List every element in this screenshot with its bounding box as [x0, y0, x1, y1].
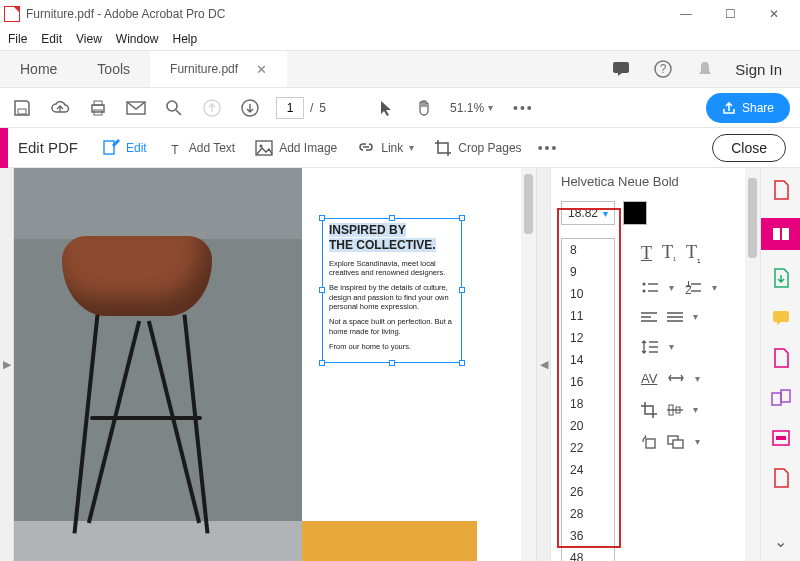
more-edit-icon[interactable]: •••	[532, 140, 565, 156]
size-option[interactable]: 48	[562, 547, 614, 561]
rail-combine-icon[interactable]	[769, 386, 793, 410]
size-option[interactable]: 11	[562, 305, 614, 327]
print-icon[interactable]	[86, 96, 110, 120]
mail-icon[interactable]	[124, 96, 148, 120]
size-option[interactable]: 36	[562, 525, 614, 547]
format-panel-scrollbar[interactable]	[745, 168, 760, 561]
rail-redact-icon[interactable]	[769, 426, 793, 450]
menu-view[interactable]: View	[76, 32, 102, 46]
tab-document[interactable]: Furniture.pdf ✕	[150, 51, 287, 87]
panel-expand-left[interactable]: ▶	[0, 168, 14, 561]
rotate-icon[interactable]	[641, 434, 657, 450]
selected-text-frame[interactable]: INSPIRED BY THE COLLECTIVE. Explore Scan…	[322, 218, 462, 363]
size-option[interactable]: 10	[562, 283, 614, 305]
size-option[interactable]: 14	[562, 349, 614, 371]
close-edit-button[interactable]: Close	[712, 134, 786, 162]
crop-button[interactable]: Crop Pages	[424, 139, 531, 157]
resize-handle[interactable]	[319, 287, 325, 293]
rail-export-pdf-icon[interactable]	[769, 266, 793, 290]
canvas-scrollbar[interactable]	[521, 168, 536, 561]
hspacing-icon[interactable]	[667, 373, 685, 383]
bullet-list-icon[interactable]	[641, 281, 659, 295]
tab-home[interactable]: Home	[0, 51, 77, 87]
maximize-button[interactable]: ☐	[708, 0, 752, 28]
doc-para-3: Not a space built on perfection. But a h…	[329, 317, 455, 336]
close-window-button[interactable]: ✕	[752, 0, 796, 28]
size-option[interactable]: 28	[562, 503, 614, 525]
chevron-down-icon[interactable]: ▾	[695, 436, 700, 447]
add-image-button[interactable]: Add Image	[245, 140, 347, 156]
tab-tools[interactable]: Tools	[77, 51, 150, 87]
size-option[interactable]: 12	[562, 327, 614, 349]
chevron-down-icon[interactable]: ▾	[695, 373, 700, 384]
page-up-icon[interactable]	[200, 96, 224, 120]
tab-close-icon[interactable]: ✕	[256, 62, 267, 77]
rail-comment-icon[interactable]	[769, 306, 793, 330]
cloud-icon[interactable]	[48, 96, 72, 120]
search-icon[interactable]	[162, 96, 186, 120]
comment-icon[interactable]	[609, 57, 633, 81]
chevron-down-icon[interactable]: ▾	[669, 282, 674, 293]
resize-handle[interactable]	[319, 360, 325, 366]
align-justify-icon[interactable]	[667, 311, 683, 323]
menu-file[interactable]: File	[8, 32, 27, 46]
resize-handle[interactable]	[459, 215, 465, 221]
arrange-icon[interactable]	[667, 435, 685, 449]
rail-expand-icon[interactable]: ⌄	[769, 529, 793, 553]
save-icon[interactable]	[10, 96, 34, 120]
chevron-down-icon[interactable]: ▾	[669, 341, 674, 352]
chevron-down-icon[interactable]: ▾	[712, 282, 717, 293]
zoom-value: 51.1%	[450, 101, 484, 115]
rail-create-pdf-icon[interactable]	[769, 178, 793, 202]
rail-protect-icon[interactable]	[769, 466, 793, 490]
resize-handle[interactable]	[459, 360, 465, 366]
menu-edit[interactable]: Edit	[41, 32, 62, 46]
more-toolbar-icon[interactable]: •••	[507, 100, 540, 116]
align-left-icon[interactable]	[641, 311, 657, 323]
size-option[interactable]: 9	[562, 261, 614, 283]
numbered-list-icon[interactable]: 12	[684, 281, 702, 295]
rail-edit-pdf-icon[interactable]	[761, 218, 801, 250]
underline-icon[interactable]: T	[641, 243, 652, 264]
edit-button[interactable]: Edit	[92, 139, 157, 157]
hand-icon[interactable]	[412, 96, 436, 120]
link-button[interactable]: Link ▾	[347, 140, 424, 156]
page-current-input[interactable]	[276, 97, 304, 119]
font-size-field[interactable]: 18.82 ▾	[561, 201, 615, 225]
resize-handle[interactable]	[319, 215, 325, 221]
sign-in-link[interactable]: Sign In	[735, 61, 782, 78]
superscript-icon[interactable]: T¹	[662, 242, 676, 265]
share-button[interactable]: Share	[706, 93, 790, 123]
color-swatch[interactable]	[623, 201, 647, 225]
size-option[interactable]: 26	[562, 481, 614, 503]
chevron-down-icon[interactable]: ▾	[693, 404, 698, 415]
minimize-button[interactable]: —	[664, 0, 708, 28]
size-option[interactable]: 20	[562, 415, 614, 437]
menu-window[interactable]: Window	[116, 32, 159, 46]
resize-handle[interactable]	[389, 360, 395, 366]
kerning-icon[interactable]: AV	[641, 371, 657, 386]
rail-organize-icon[interactable]	[769, 346, 793, 370]
subscript-icon[interactable]: T₁	[686, 242, 701, 265]
resize-handle[interactable]	[389, 215, 395, 221]
add-text-button[interactable]: T Add Text	[157, 140, 245, 156]
pointer-icon[interactable]	[374, 96, 398, 120]
bell-icon[interactable]	[693, 57, 717, 81]
size-option[interactable]: 24	[562, 459, 614, 481]
font-family-dropdown[interactable]: Helvetica Neue Bold ▾	[551, 168, 760, 195]
align-objects-icon[interactable]	[667, 403, 683, 417]
page-down-icon[interactable]	[238, 96, 262, 120]
size-option[interactable]: 8	[562, 239, 614, 261]
size-option[interactable]: 18	[562, 393, 614, 415]
zoom-dropdown[interactable]: 51.1% ▾	[450, 101, 493, 115]
help-icon[interactable]: ?	[651, 57, 675, 81]
size-option[interactable]: 16	[562, 371, 614, 393]
menu-help[interactable]: Help	[173, 32, 198, 46]
size-option[interactable]: 22	[562, 437, 614, 459]
chevron-down-icon[interactable]: ▾	[693, 311, 698, 322]
panel-expand-right[interactable]: ◀	[536, 168, 550, 561]
document-canvas[interactable]: INSPIRED BY THE COLLECTIVE. Explore Scan…	[14, 168, 536, 561]
line-spacing-icon[interactable]	[641, 339, 659, 355]
resize-handle[interactable]	[459, 287, 465, 293]
crop-tool-icon[interactable]	[641, 402, 657, 418]
